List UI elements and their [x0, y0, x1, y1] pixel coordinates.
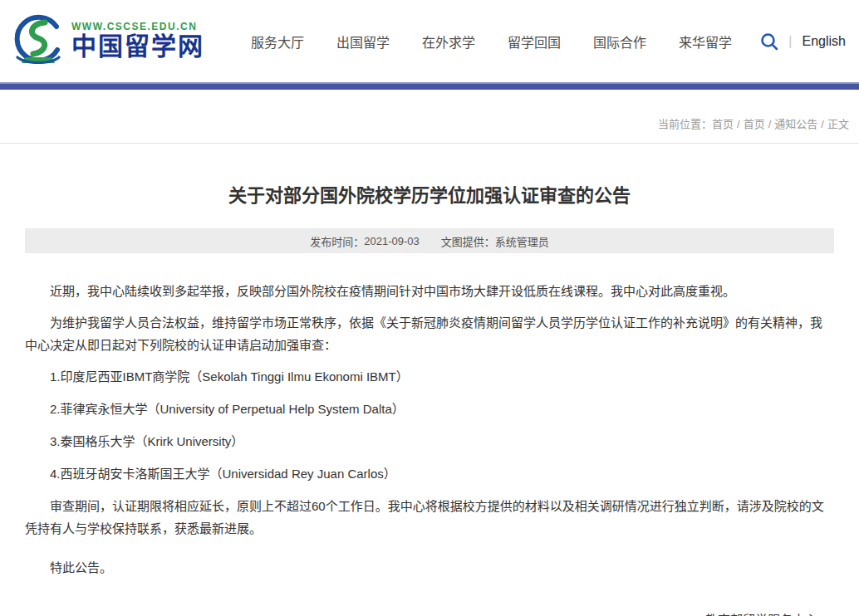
cscse-logo-icon	[12, 13, 65, 70]
provider-value: 系统管理员	[495, 233, 549, 249]
paragraph-review-period: 审查期间，认证期限将相应延长，原则上不超过60个工作日。我中心将根据校方提供的材…	[25, 495, 834, 540]
article-body: 近期，我中心陆续收到多起举报，反映部分国外院校在疫情期间针对中国市场大肆开设低质…	[25, 280, 834, 616]
breadcrumb-item-current: 正文	[827, 118, 849, 130]
logo-text: WWW.CSCSE.EDU.CN 中国留学网	[71, 21, 204, 61]
nav-item-international-cooperation[interactable]: 国际合作	[593, 32, 646, 51]
signature-block: 教育部留学服务中心 2021年9月3日	[25, 609, 834, 616]
header-right: | English	[758, 31, 846, 52]
signature-org: 教育部留学服务中心	[25, 609, 817, 616]
paragraph-basis: 为维护我留学人员合法权益，维持留学市场正常秩序，依据《关于新冠肺炎疫情期间留学人…	[25, 311, 834, 356]
breadcrumb-item-home2[interactable]: 首页	[744, 118, 765, 130]
breadcrumb-separator: /	[737, 118, 740, 130]
breadcrumb-item-notices[interactable]: 通知公告	[774, 118, 817, 130]
publish-time-label: 发布时间：	[310, 233, 364, 249]
article-container: 关于对部分国外院校学历学位加强认证审查的公告 发布时间： 2021-09-03 …	[0, 180, 859, 616]
paragraph-closing: 特此公告。	[25, 556, 834, 579]
breadcrumb-label: 当前位置：	[658, 118, 712, 130]
school-list-item-2: 2.菲律宾永恒大学（University of Perpetual Help S…	[25, 398, 834, 420]
english-link[interactable]: English	[803, 34, 846, 49]
nav-item-study-in-china[interactable]: 来华留学	[679, 32, 732, 51]
breadcrumb-separator: /	[821, 118, 824, 130]
school-list-item-1: 1.印度尼西亚IBMT商学院（Sekolah Tinggi Ilmu Ekono…	[25, 365, 834, 388]
article-title: 关于对部分国外院校学历学位加强认证审查的公告	[25, 180, 834, 207]
search-button[interactable]	[758, 31, 780, 52]
nav-item-service-hall[interactable]: 服务大厅	[251, 32, 304, 51]
accent-bar	[0, 82, 859, 90]
breadcrumb-row: 当前位置：首页/首页/通知公告/正文	[0, 90, 859, 144]
breadcrumb-item-home[interactable]: 首页	[712, 118, 734, 130]
provider-label: 文图提供：	[441, 233, 495, 249]
nav-item-returnees[interactable]: 留学回国	[508, 32, 561, 51]
breadcrumb: 当前位置：首页/首页/通知公告/正文	[658, 115, 849, 131]
publish-time-value: 2021-09-03	[364, 235, 420, 247]
school-list-item-3: 3.泰国格乐大学（Krirk University）	[25, 430, 834, 452]
site-logo[interactable]: WWW.CSCSE.EDU.CN 中国留学网	[12, 13, 204, 70]
school-list-item-4: 4.西班牙胡安卡洛斯国王大学（Universidad Rey Juan Carl…	[25, 462, 834, 485]
logo-site-name: 中国留学网	[71, 32, 204, 61]
nav-item-studying-overseas[interactable]: 在外求学	[422, 32, 475, 51]
main-nav: 服务大厅 出国留学 在外求学 留学回国 国际合作 来华留学	[251, 32, 732, 51]
logo-url-text: WWW.CSCSE.EDU.CN	[71, 21, 204, 32]
breadcrumb-separator: /	[768, 118, 772, 130]
search-icon	[759, 32, 779, 51]
paragraph-intro: 近期，我中心陆续收到多起举报，反映部分国外院校在疫情期间针对中国市场大肆开设低质…	[25, 280, 834, 302]
header-divider: |	[788, 34, 792, 49]
article-meta-bar: 发布时间： 2021-09-03 文图提供： 系统管理员	[25, 228, 834, 253]
site-header: WWW.CSCSE.EDU.CN 中国留学网 服务大厅 出国留学 在外求学 留学…	[0, 0, 859, 82]
nav-item-study-abroad[interactable]: 出国留学	[336, 32, 390, 51]
